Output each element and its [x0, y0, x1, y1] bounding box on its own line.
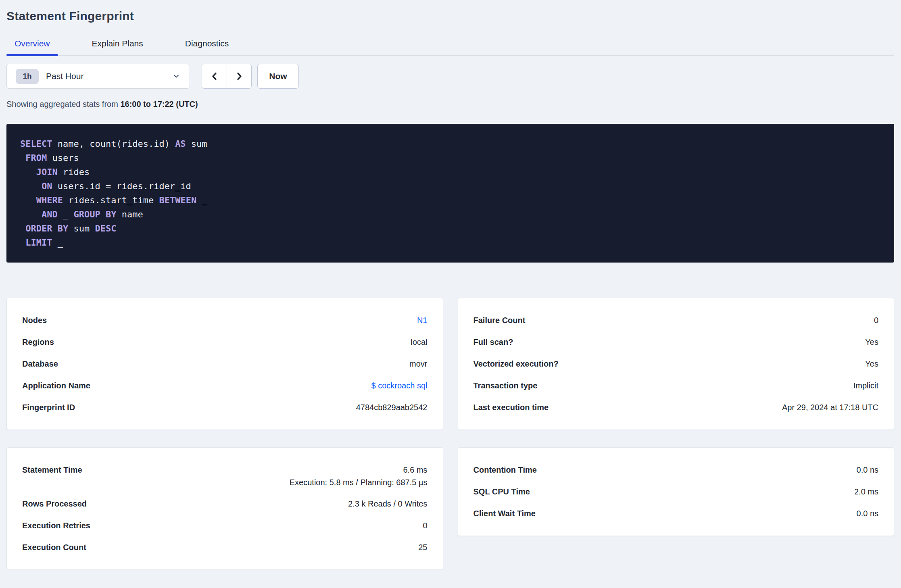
- stat-value: Yes: [865, 338, 878, 347]
- stat-label: Execution Count: [22, 543, 86, 552]
- stat-label: Nodes: [22, 316, 47, 325]
- time-range-select[interactable]: 1h Past Hour: [6, 64, 190, 89]
- time-controls: 1h Past Hour Now: [6, 64, 894, 89]
- time-step-buttons: [202, 64, 252, 89]
- sql-text: _: [196, 195, 207, 205]
- stat-value: 0: [423, 521, 427, 530]
- time-range-label: Past Hour: [46, 71, 173, 81]
- stat-label: Execution Retries: [22, 521, 90, 530]
- stat-row-execution-count: Execution Count25: [7, 536, 443, 558]
- sql-text: _: [52, 238, 63, 248]
- sql-keyword: LIMIT: [25, 238, 52, 248]
- stat-label: Rows Processed: [22, 499, 87, 509]
- sql-keyword: GROUP BY: [73, 209, 116, 219]
- stat-value-stack: 6.6 msExecution: 5.8 ms / Planning: 687.…: [290, 459, 428, 487]
- sql-text: [20, 195, 36, 205]
- stat-value: Yes: [865, 359, 878, 369]
- sql-keyword: ON: [42, 181, 52, 191]
- stat-label: Regions: [22, 338, 54, 347]
- stat-row-contention-time: Contention Time0.0 ns: [458, 459, 894, 481]
- stat-row-vectorized-execution: Vectorized execution?Yes: [458, 353, 894, 375]
- sql-keyword: BETWEEN: [159, 195, 196, 205]
- stat-row-client-wait-time: Client Wait Time0.0 ns: [458, 503, 894, 524]
- sql-text: users.id = rides.rider_id: [52, 181, 191, 191]
- stat-value-link[interactable]: N1: [417, 316, 428, 325]
- sql-text: [20, 181, 42, 191]
- stat-value: 4784cb829aab2542: [356, 403, 428, 412]
- stat-row-full-scan: Full scan?Yes: [458, 331, 894, 353]
- stat-value: local: [411, 338, 427, 347]
- sql-keyword: DESC: [95, 223, 116, 234]
- stat-label: SQL CPU Time: [473, 487, 530, 496]
- stat-value: Apr 29, 2024 at 17:18 UTC: [782, 403, 878, 412]
- stat-row-rows-processed: Rows Processed2.3 k Reads / 0 Writes: [7, 493, 443, 515]
- stat-row-fingerprint-id: Fingerprint ID4784cb829aab2542: [7, 396, 443, 418]
- stat-value: movr: [409, 359, 427, 369]
- sql-text: rides.start_time: [63, 195, 159, 205]
- aggregated-stats-summary: Showing aggregated stats from 16:00 to 1…: [6, 100, 894, 109]
- sql-keyword: WHERE: [36, 195, 63, 205]
- sql-text: _: [58, 209, 74, 219]
- stat-label: Full scan?: [473, 338, 513, 347]
- sql-text: [20, 153, 25, 163]
- sql-text: [20, 167, 36, 177]
- stat-row-sql-cpu-time: SQL CPU Time2.0 ms: [458, 481, 894, 503]
- stat-value: 25: [418, 543, 427, 552]
- stat-value: 0.0 ns: [857, 465, 878, 475]
- stat-label: Statement Time: [22, 459, 82, 481]
- sql-keyword: ORDER BY: [25, 223, 68, 234]
- stat-row-statement-time: Statement Time6.6 msExecution: 5.8 ms / …: [7, 459, 443, 493]
- chevron-left-icon: [210, 72, 219, 81]
- stat-value-link[interactable]: $ cockroach sql: [371, 381, 428, 390]
- stat-label: Fingerprint ID: [22, 403, 75, 412]
- sql-text: name, count(rides.id): [52, 139, 175, 149]
- stat-row-last-execution-time: Last execution timeApr 29, 2024 at 17:18…: [458, 396, 894, 418]
- stat-label: Transaction type: [473, 381, 538, 390]
- stat-label: Application Name: [22, 381, 90, 390]
- stat-value: 0.0 ns: [857, 509, 878, 518]
- panel-overview-right: Failure Count0Full scan?YesVectorized ex…: [458, 298, 895, 430]
- stat-row-transaction-type: Transaction typeImplicit: [458, 375, 894, 396]
- chevron-right-icon: [235, 72, 244, 81]
- aggregated-stats-range: 16:00 to 17:22 (UTC): [120, 100, 198, 108]
- stat-row-database: Databasemovr: [7, 353, 443, 375]
- panel-overview-left: NodesN1RegionslocalDatabasemovrApplicati…: [6, 298, 443, 430]
- sql-keyword: SELECT: [20, 139, 52, 149]
- stat-label: Failure Count: [473, 316, 526, 325]
- stat-value: 2.0 ms: [854, 487, 878, 496]
- tab-overview[interactable]: Overview: [6, 39, 58, 55]
- stat-label: Client Wait Time: [473, 509, 536, 518]
- sql-keyword: AND: [42, 209, 58, 219]
- panel-timing-left: Statement Time6.6 msExecution: 5.8 ms / …: [6, 447, 443, 570]
- tab-diagnostics[interactable]: Diagnostics: [177, 39, 237, 55]
- stat-row-application-name: Application Name$ cockroach sql: [7, 375, 443, 396]
- next-time-range-button[interactable]: [227, 64, 251, 88]
- page-title: Statement Fingerprint: [6, 8, 894, 24]
- sql-statement-box: SELECT name, count(rides.id) AS sum FROM…: [6, 124, 894, 263]
- sql-text: name: [116, 209, 143, 219]
- stat-label: Last execution time: [473, 403, 549, 412]
- previous-time-range-button[interactable]: [202, 64, 227, 88]
- stats-panels-grid: NodesN1RegionslocalDatabasemovrApplicati…: [6, 298, 894, 570]
- sql-text: [20, 209, 42, 219]
- aggregated-stats-prefix: Showing aggregated stats from: [6, 100, 120, 108]
- now-button[interactable]: Now: [257, 64, 299, 89]
- stat-value: Implicit: [853, 381, 878, 390]
- stat-subvalue: Execution: 5.8 ms / Planning: 687.5 µs: [290, 478, 428, 487]
- statement-fingerprint-page: Statement Fingerprint OverviewExplain Pl…: [0, 0, 901, 570]
- sql-text: rides: [58, 167, 90, 177]
- tab-explain-plans[interactable]: Explain Plans: [84, 39, 151, 55]
- chevron-down-icon: [173, 73, 180, 80]
- panel-timing-right: Contention Time0.0 nsSQL CPU Time2.0 msC…: [458, 447, 895, 536]
- sql-keyword: JOIN: [36, 167, 58, 177]
- sql-text: sum: [186, 139, 207, 149]
- stat-value: 6.6 ms: [290, 459, 428, 481]
- stat-row-regions: Regionslocal: [7, 331, 443, 353]
- stat-value: 0: [874, 316, 878, 325]
- stat-value: 2.3 k Reads / 0 Writes: [348, 499, 427, 509]
- stat-label: Database: [22, 359, 58, 369]
- sql-text: sum: [68, 223, 95, 234]
- stat-row-execution-retries: Execution Retries0: [7, 515, 443, 536]
- stat-label: Contention Time: [473, 465, 537, 475]
- stat-row-nodes: NodesN1: [7, 309, 443, 331]
